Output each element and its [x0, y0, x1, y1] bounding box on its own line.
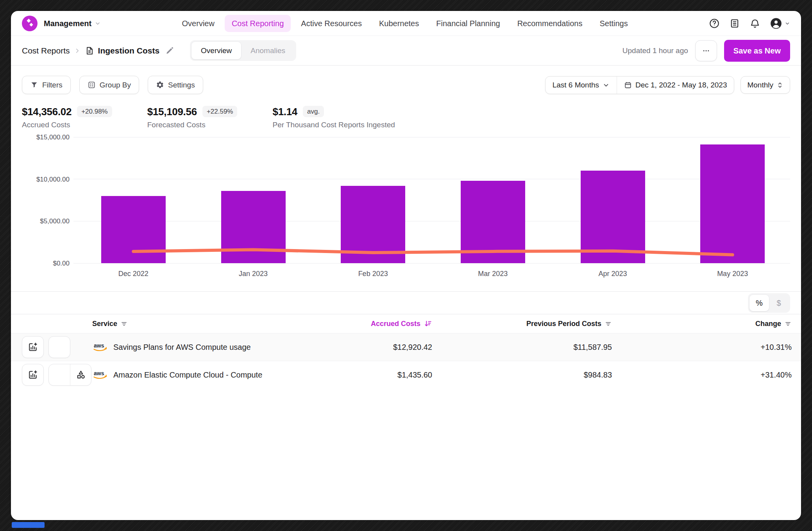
filter-lines-icon[interactable] [784, 320, 792, 328]
nav-item-active-resources[interactable]: Active Resources [294, 15, 369, 32]
help-button[interactable] [709, 18, 720, 29]
chevron-down-icon [95, 20, 101, 27]
funnel-icon [30, 81, 38, 89]
pencil-icon [165, 46, 174, 55]
more-options-button[interactable] [695, 40, 717, 61]
col-service-label: Service [92, 320, 117, 327]
chevron-right-icon [74, 47, 81, 54]
settings-label: Settings [168, 81, 195, 89]
notifications-button[interactable] [749, 18, 760, 29]
x-tick-apr-2023: Apr 2023 [598, 270, 627, 277]
nav-item-kubernetes[interactable]: Kubernetes [372, 15, 426, 32]
granularity-select[interactable]: Monthly [740, 76, 790, 94]
bar-feb-2023[interactable] [341, 186, 405, 263]
sort-desc-icon[interactable] [424, 319, 432, 328]
toggle-percent[interactable]: % [749, 295, 769, 311]
bar-apr-2023[interactable] [581, 171, 645, 263]
toolbar: Filters Group By Settings Last 6 Months [22, 76, 790, 94]
nav-item-recommendations[interactable]: Recommendations [510, 15, 590, 32]
stat-value: $15,109.56 [147, 107, 197, 117]
grid-button[interactable] [49, 364, 70, 385]
avatar-icon [770, 17, 782, 30]
x-tick-jan-2023: Jan 2023 [239, 270, 268, 277]
breadcrumb-cost-reports[interactable]: Cost Reports [22, 46, 70, 55]
col-service: Service [92, 320, 323, 328]
change-cell: +10.31% [760, 343, 792, 351]
toggle-dollar[interactable]: $ [769, 295, 789, 311]
range-preset-dropdown[interactable]: Last 6 Months [546, 77, 617, 94]
date-range-control: Last 6 Months Dec 1, 2022 - May 18, 2023 [545, 76, 735, 94]
service-name: Amazon Elastic Compute Cloud - Compute [113, 370, 262, 380]
bar-may-2023[interactable] [700, 144, 765, 263]
updown-icon [776, 82, 783, 89]
row-actions [22, 364, 92, 386]
grid-icon [54, 342, 64, 352]
gridline-15000 [73, 137, 790, 137]
col-change: Change [755, 320, 792, 328]
bar-jan-2023[interactable] [221, 191, 286, 263]
granularity-label: Monthly [747, 81, 773, 89]
unit-toggle-row: % $ [11, 291, 801, 314]
row-actions [22, 336, 92, 358]
gridline-10000 [73, 179, 790, 179]
stat-badge: avg. [303, 106, 324, 117]
chevron-down-icon [603, 82, 610, 89]
workspace-switcher[interactable]: Management [44, 20, 101, 27]
tab-overview[interactable]: Overview [191, 42, 241, 59]
primary-nav: OverviewCost ReportingActive ResourcesKu… [101, 15, 709, 32]
action-button [22, 336, 44, 358]
group-by-button[interactable]: Group By [79, 76, 139, 94]
stat-value: $1.14 [272, 107, 297, 117]
col-accrued-label: Accrued Costs [371, 320, 420, 327]
bar-mar-2023[interactable] [461, 181, 525, 263]
filters-label: Filters [42, 81, 63, 89]
view-tabs: Overview Anomalies [190, 40, 296, 61]
logo-icon[interactable] [22, 16, 38, 31]
nav-item-settings[interactable]: Settings [592, 15, 635, 32]
unit-toggle: % $ [748, 293, 790, 313]
date-range-picker[interactable]: Dec 1, 2022 - May 18, 2023 [617, 77, 734, 94]
cost-chart: $0.00$5,000.00$10,000.00$15,000.00 Dec 2… [22, 137, 790, 281]
x-tick-mar-2023: Mar 2023 [478, 270, 508, 277]
nav-item-cost-reporting[interactable]: Cost Reporting [225, 15, 291, 32]
chart-plus-icon [28, 342, 38, 352]
shapes-button[interactable] [70, 364, 91, 385]
stat-per-thousand-cost-reports-ingested: $1.14avg.Per Thousand Cost Reports Inges… [272, 106, 395, 128]
action-button [22, 364, 44, 386]
account-menu[interactable] [770, 17, 790, 30]
changelog-icon [729, 18, 740, 29]
bar-dec-2022[interactable] [101, 196, 166, 263]
ellipsis-icon [701, 46, 711, 55]
table-body: awsSavings Plans for AWS Compute usage$1… [11, 333, 801, 388]
filter-lines-icon[interactable] [605, 320, 612, 328]
nav-item-financial-planning[interactable]: Financial Planning [429, 15, 507, 32]
chart-plus-button[interactable] [22, 337, 43, 358]
chart-plus-button[interactable] [22, 364, 43, 385]
tab-anomalies[interactable]: Anomalies [241, 42, 295, 59]
stat-accrued-costs: $14,356.02+20.98%Accrued Costs [22, 106, 112, 128]
report-title: Ingestion Costs [98, 46, 160, 55]
group-by-label: Group By [100, 81, 131, 89]
date-controls: Last 6 Months Dec 1, 2022 - May 18, 2023… [545, 76, 790, 94]
changelog-button[interactable] [729, 18, 740, 29]
rename-report-button[interactable] [165, 46, 174, 55]
action-button-group [48, 364, 91, 386]
report-actions: Updated 1 hour ago Save as New [622, 40, 790, 62]
col-change-label: Change [755, 320, 781, 327]
filters-button[interactable]: Filters [22, 76, 71, 94]
grid-button[interactable] [49, 337, 70, 358]
trend-line [73, 137, 792, 263]
range-preset-label: Last 6 Months [553, 81, 599, 89]
document-icon [85, 46, 94, 55]
plot-area [73, 137, 790, 263]
save-as-new-button[interactable]: Save as New [724, 40, 790, 62]
date-range-label: Dec 1, 2022 - May 18, 2023 [635, 81, 727, 89]
filter-lines-icon[interactable] [120, 320, 128, 328]
stat-badge: +22.59% [202, 106, 238, 117]
stat-top: $1.14avg. [272, 106, 395, 117]
nav-item-overview[interactable]: Overview [175, 15, 222, 32]
breadcrumb: Cost Reports Ingestion Costs [22, 46, 174, 55]
settings-button[interactable]: Settings [148, 76, 203, 94]
report-header: Cost Reports Ingestion Costs Overview An… [11, 36, 801, 66]
nav-right-cluster [709, 17, 790, 30]
